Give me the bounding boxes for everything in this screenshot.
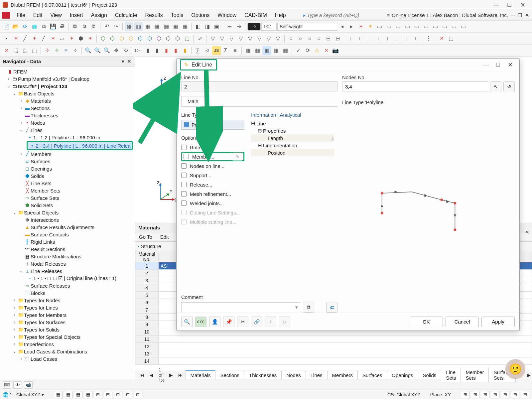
calc-icon[interactable]: ∑ [194,46,202,55]
doc1-icon[interactable]: 🗎 [71,22,79,31]
sup3-icon[interactable]: ▽ [227,34,236,43]
js-icon[interactable]: JS [212,46,221,55]
solid-icon[interactable]: ⬢ [76,34,85,43]
dlg-fx-icon[interactable]: fx [279,317,290,327]
materials-panel-close-icon[interactable]: ✕ [525,229,529,235]
tree-project-2[interactable]: ⌄🗀test.rf6* | Project 123 [0,82,135,90]
tree-special-objects[interactable]: ⌄📁Special Objects [0,209,135,216]
menu-file[interactable]: File [13,11,29,20]
btab-lines[interactable]: Lines [306,371,328,379]
tree-blocks[interactable]: ⬚Blocks [0,289,135,297]
dialog-maximize-button[interactable]: □ [492,61,504,68]
cube2-icon[interactable]: ⬚ [21,46,29,55]
dialog-titlebar[interactable]: ✎ Edit Line — □ ✕ [177,59,519,71]
set1-icon[interactable]: ⬡ [99,34,107,43]
grid1-icon[interactable]: ▦ [125,22,133,31]
set7-icon[interactable]: ⬡ [155,34,163,43]
tree-tfso[interactable]: ›📁Types for Solids [0,326,135,333]
rel3-icon[interactable]: ⟂ [365,34,373,43]
mesh2-icon[interactable]: ▦ [253,46,262,55]
tree-basic-objects[interactable]: ⌄📁Basic Objects [0,90,135,97]
set4-icon[interactable]: ⬡ [127,34,135,43]
rel7-icon[interactable]: ⟂ [402,34,411,43]
dlg-model-icon[interactable]: 👤 [209,317,220,327]
star1-icon[interactable]: ✶ [356,22,365,31]
align1-icon[interactable]: ⇤ [225,22,234,31]
tree-linesets[interactable]: ╳Line Sets [0,180,135,187]
dlg-pin-icon[interactable]: 📌 [223,317,234,327]
comment-combo[interactable]: ▾ [181,302,300,312]
dlg-link-icon[interactable]: 🔗 [251,317,262,327]
tree-membersets[interactable]: ╳Member Sets [0,187,135,194]
set5-icon[interactable]: ⬡ [136,34,145,43]
mesh1-icon[interactable]: ▦ [244,46,252,55]
lc-prev-icon[interactable]: ◂ [338,22,346,31]
set9-icon[interactable]: ⬡ [173,34,182,43]
tree-tfsp[interactable]: ›📁Types for Special Objects [0,333,135,340]
dim-num-icon[interactable]: 10↔ [134,46,143,55]
zoom1-icon[interactable]: 🔍 [84,46,92,55]
navigator-tree[interactable]: ▮RFEM ›🗀Pump Manifold v3.rf6* | Desktop … [0,66,135,380]
tree-surfacesets[interactable]: ▱Surface Sets [0,194,135,201]
sb-r6[interactable]: ⊞ [511,391,519,398]
tree-sr[interactable]: ▱Surface Releases [0,282,135,289]
tree-rs[interactable]: 〰Result Sections [0,245,135,253]
comment-tag-icon[interactable]: 🏷 [326,302,337,313]
calc2-icon[interactable]: ≡ [231,46,239,55]
t6-icon[interactable]: ▭ [422,22,430,31]
check2-icon[interactable]: ⟳ [303,46,312,55]
t1-icon[interactable]: ▭ [375,22,384,31]
sb-5[interactable]: ⊞ [94,391,102,398]
btab-surfaces[interactable]: Surfaces [357,371,387,379]
grid6-icon[interactable]: ▦ [171,22,180,31]
comment-copy-icon[interactable]: ⧉ [303,302,314,313]
nodes-reverse-icon[interactable]: ↺ [503,81,515,92]
btab-scroll-right[interactable]: ▶ [524,372,532,378]
dialog-ok-button[interactable]: OK [410,317,443,327]
sb-r3[interactable]: ⊞ [481,391,489,398]
tree-sections[interactable]: ›▬Sections [0,104,135,112]
rotate-icon[interactable]: ⟲ [121,46,130,55]
status-icon-2[interactable]: 👁 [13,381,22,389]
tree-thicknesses[interactable]: ▬Thicknesses [0,112,135,119]
sb-r1[interactable]: ⊞ [461,391,469,398]
rel5-icon[interactable]: ⟂ [383,34,392,43]
rel2-icon[interactable]: ⟂ [355,34,364,43]
rel4-icon[interactable]: ⟂ [374,34,383,43]
t9-icon[interactable]: ▭ [450,22,458,31]
block-icon[interactable]: ▦ [30,22,39,31]
tree-openings[interactable]: ◻Openings [0,165,135,172]
node-star-icon[interactable]: ✶ [11,34,20,43]
axis-all-icon[interactable]: ✧ [71,46,79,55]
btab-sections[interactable]: Sections [215,371,244,379]
opt-member[interactable]: Member...✎ [181,152,244,161]
tree-sc[interactable]: ▬Surface Contacts [0,231,135,238]
tree-root[interactable]: ▮RFEM [0,68,135,75]
dialog-minimize-button[interactable]: — [480,61,492,68]
sb-8[interactable]: ⊡ [124,391,132,398]
opt-support[interactable]: Support... [181,171,244,180]
dlg-units-icon[interactable]: 0.00 [195,317,206,327]
sb-r2[interactable]: ⊞ [471,391,479,398]
mesh3-icon[interactable]: ▦ [262,46,271,55]
dialog-cancel-button[interactable]: Cancel [446,317,479,327]
status-icon-1[interactable]: ⌨ [3,381,11,389]
menu-results[interactable]: Results [141,11,167,20]
new-icon[interactable]: 📄 [2,22,11,31]
btab-thicknesses[interactable]: Thicknesses [244,371,282,379]
line-no-input[interactable] [181,81,337,91]
grid-nav-first[interactable]: ⏮ [137,372,147,378]
opt-release[interactable]: Release... [181,180,244,189]
camera-icon[interactable]: 📷 [331,46,340,55]
tree-lr-1[interactable]: ▪1 - 1 - □□□ ☑ | Original line (Lines : … [0,275,135,282]
tree-tfm[interactable]: ›📁Types for Members [0,311,135,319]
btab-linesets[interactable]: Line Sets [441,368,461,382]
t5-icon[interactable]: ▭ [412,22,421,31]
axis-y-icon[interactable]: ✧ [52,46,61,55]
render3-icon[interactable]: ▣ [212,22,221,31]
set8-icon[interactable]: ⬡ [164,34,173,43]
sup7-icon[interactable]: ▽ [264,34,273,43]
help-avatar[interactable]: 🙂 [505,359,525,379]
grid-nav-last[interactable]: ⏭ [176,372,186,378]
pan-icon[interactable]: ✥ [112,46,120,55]
